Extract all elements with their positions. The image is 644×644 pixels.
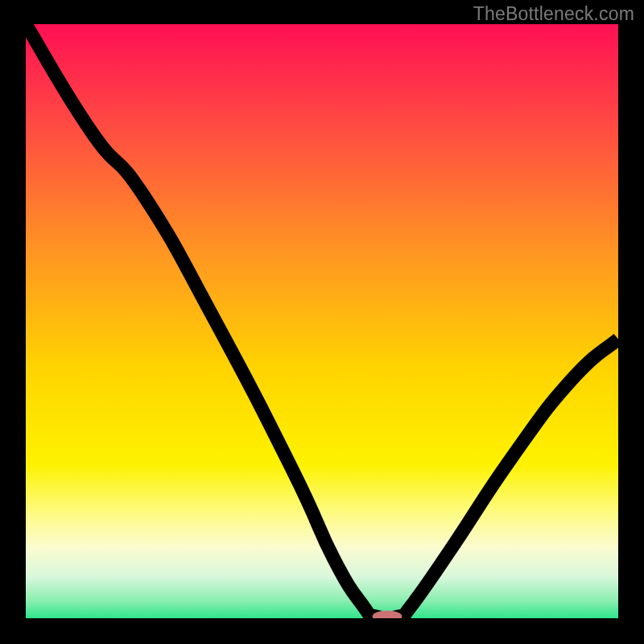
chart-svg bbox=[26, 24, 618, 618]
plot-area bbox=[26, 24, 618, 618]
chart-frame: TheBottleneck.com bbox=[0, 0, 644, 644]
watermark-label: TheBottleneck.com bbox=[473, 3, 634, 25]
